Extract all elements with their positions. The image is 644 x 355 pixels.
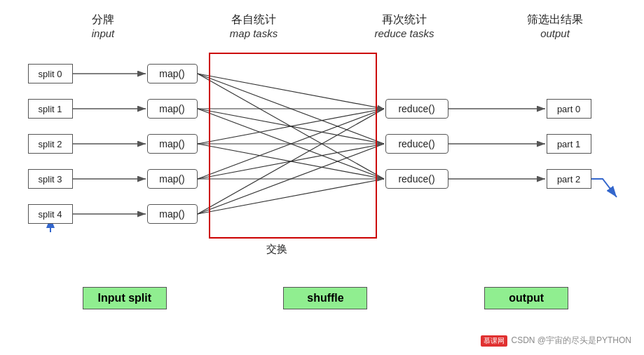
header-row: 分牌 input 各自统计 map tasks 再次统计 reduce task… xyxy=(28,13,631,39)
col-en-reduce: reduce tasks xyxy=(348,27,460,39)
diagram-container: 分牌 input 各自统计 map tasks 再次统计 reduce task… xyxy=(0,0,644,355)
map-box-1: map() xyxy=(147,99,198,119)
diagram-main: split 0 split 1 split 2 split 3 split 4 … xyxy=(21,43,638,281)
watermark: 慕课网 CSDN @宇宙的尽头是PYTHON xyxy=(481,335,631,347)
reduce-box-0: reduce() xyxy=(385,99,448,119)
split-box-2: split 2 xyxy=(28,134,73,154)
map-box-3: map() xyxy=(147,169,198,189)
split-box-1: split 1 xyxy=(28,99,73,119)
col-zh-reduce: 再次统计 xyxy=(348,13,460,27)
split-box-0: split 0 xyxy=(28,64,73,83)
col-header-reduce: 再次统计 reduce tasks xyxy=(348,13,460,39)
col-header-map: 各自统计 map tasks xyxy=(198,13,310,39)
output-badge: output xyxy=(484,287,568,309)
watermark-text: CSDN @宇宙的尽头是PYTHON xyxy=(511,335,631,345)
split-box-4: split 4 xyxy=(28,204,73,224)
shuffle-badge: shuffle xyxy=(283,287,367,309)
reduce-box-1: reduce() xyxy=(385,134,448,154)
split-box-3: split 3 xyxy=(28,169,73,189)
part-box-1: part 1 xyxy=(547,134,591,154)
col-en-output: output xyxy=(499,27,611,39)
part-box-0: part 0 xyxy=(547,99,591,119)
footer-row: Input split shuffle output xyxy=(25,287,627,309)
map-box-0: map() xyxy=(147,64,198,83)
col-zh-input: 分牌 xyxy=(47,13,159,27)
map-box-4: map() xyxy=(147,204,198,224)
col-en-input: input xyxy=(47,27,159,39)
map-box-2: map() xyxy=(147,134,198,154)
shuffle-zh-label: 交换 xyxy=(266,243,287,256)
col-header-input: 分牌 input xyxy=(47,13,159,39)
col-en-map: map tasks xyxy=(198,27,310,39)
part-box-2: part 2 xyxy=(547,169,591,189)
reduce-box-2: reduce() xyxy=(385,169,448,189)
shuffle-border xyxy=(209,53,377,239)
watermark-logo: 慕课网 xyxy=(481,335,507,347)
input-split-badge: Input split xyxy=(83,287,167,309)
col-header-output: 筛选出结果 output xyxy=(499,13,611,39)
col-zh-map: 各自统计 xyxy=(198,13,310,27)
col-zh-output: 筛选出结果 xyxy=(499,13,611,27)
